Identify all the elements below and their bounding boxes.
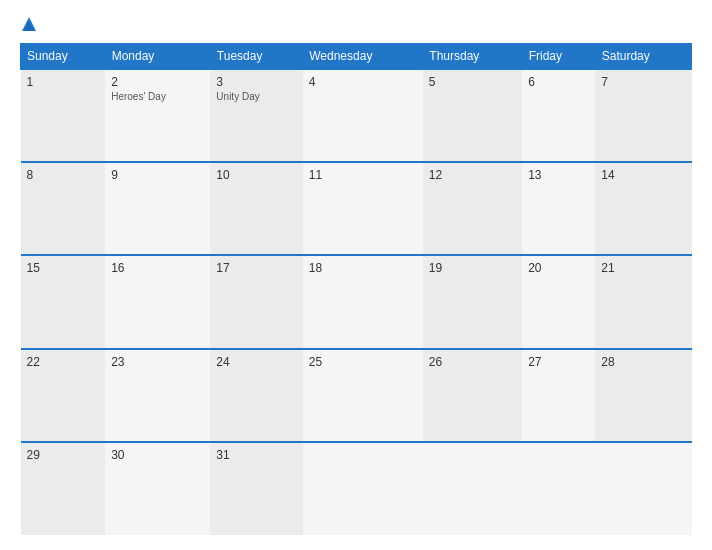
calendar-table: Sunday Monday Tuesday Wednesday Thursday… (20, 43, 692, 535)
holiday-name: Heroes' Day (111, 91, 204, 102)
day-number: 1 (27, 75, 100, 89)
day-number: 27 (528, 355, 589, 369)
header-tuesday: Tuesday (210, 44, 302, 70)
calendar-cell: 4 (303, 69, 423, 162)
calendar-cell (423, 442, 522, 535)
calendar-cell: 3Unity Day (210, 69, 302, 162)
calendar-week-row: 293031 (21, 442, 692, 535)
header-monday: Monday (105, 44, 210, 70)
weekday-header-row: Sunday Monday Tuesday Wednesday Thursday… (21, 44, 692, 70)
header-saturday: Saturday (595, 44, 691, 70)
logo-icon (20, 15, 38, 33)
calendar-cell: 5 (423, 69, 522, 162)
calendar-cell: 7 (595, 69, 691, 162)
calendar-cell: 1 (21, 69, 106, 162)
day-number: 23 (111, 355, 204, 369)
day-number: 16 (111, 261, 204, 275)
calendar-cell: 28 (595, 349, 691, 442)
calendar-week-row: 12Heroes' Day3Unity Day4567 (21, 69, 692, 162)
calendar-cell: 8 (21, 162, 106, 255)
calendar-cell: 19 (423, 255, 522, 348)
calendar-cell (595, 442, 691, 535)
day-number: 26 (429, 355, 516, 369)
calendar-cell: 15 (21, 255, 106, 348)
day-number: 3 (216, 75, 296, 89)
day-number: 31 (216, 448, 296, 462)
header-thursday: Thursday (423, 44, 522, 70)
header-friday: Friday (522, 44, 595, 70)
calendar-cell: 6 (522, 69, 595, 162)
day-number: 12 (429, 168, 516, 182)
header-sunday: Sunday (21, 44, 106, 70)
calendar-cell: 13 (522, 162, 595, 255)
day-number: 25 (309, 355, 417, 369)
calendar-cell: 16 (105, 255, 210, 348)
day-number: 21 (601, 261, 685, 275)
day-number: 24 (216, 355, 296, 369)
header-wednesday: Wednesday (303, 44, 423, 70)
calendar-cell: 29 (21, 442, 106, 535)
calendar-cell: 22 (21, 349, 106, 442)
day-number: 2 (111, 75, 204, 89)
day-number: 18 (309, 261, 417, 275)
calendar-cell (522, 442, 595, 535)
day-number: 5 (429, 75, 516, 89)
calendar-week-row: 15161718192021 (21, 255, 692, 348)
day-number: 28 (601, 355, 685, 369)
calendar-cell: 25 (303, 349, 423, 442)
calendar-cell: 27 (522, 349, 595, 442)
calendar-cell: 20 (522, 255, 595, 348)
day-number: 9 (111, 168, 204, 182)
calendar-container: Sunday Monday Tuesday Wednesday Thursday… (0, 0, 712, 550)
day-number: 30 (111, 448, 204, 462)
day-number: 22 (27, 355, 100, 369)
calendar-cell: 12 (423, 162, 522, 255)
day-number: 11 (309, 168, 417, 182)
calendar-cell: 9 (105, 162, 210, 255)
calendar-cell: 24 (210, 349, 302, 442)
calendar-week-row: 891011121314 (21, 162, 692, 255)
day-number: 29 (27, 448, 100, 462)
calendar-cell: 21 (595, 255, 691, 348)
holiday-name: Unity Day (216, 91, 296, 102)
day-number: 10 (216, 168, 296, 182)
day-number: 6 (528, 75, 589, 89)
day-number: 14 (601, 168, 685, 182)
header (20, 15, 692, 33)
calendar-cell: 18 (303, 255, 423, 348)
day-number: 7 (601, 75, 685, 89)
day-number: 17 (216, 261, 296, 275)
calendar-cell: 30 (105, 442, 210, 535)
calendar-cell: 17 (210, 255, 302, 348)
day-number: 20 (528, 261, 589, 275)
day-number: 4 (309, 75, 417, 89)
logo (20, 15, 46, 33)
calendar-cell: 26 (423, 349, 522, 442)
calendar-cell: 2Heroes' Day (105, 69, 210, 162)
calendar-week-row: 22232425262728 (21, 349, 692, 442)
calendar-cell: 11 (303, 162, 423, 255)
calendar-cell: 14 (595, 162, 691, 255)
calendar-cell: 31 (210, 442, 302, 535)
day-number: 13 (528, 168, 589, 182)
calendar-cell (303, 442, 423, 535)
day-number: 19 (429, 261, 516, 275)
calendar-cell: 23 (105, 349, 210, 442)
day-number: 15 (27, 261, 100, 275)
calendar-cell: 10 (210, 162, 302, 255)
day-number: 8 (27, 168, 100, 182)
